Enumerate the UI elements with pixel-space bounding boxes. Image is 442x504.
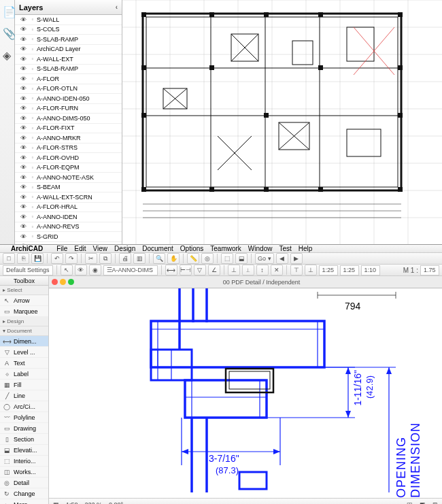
toolbox-group-document[interactable]: ▾ Document — [0, 326, 48, 336]
layer-row[interactable]: 👁▫A-FLOR-OTLN — [15, 84, 122, 95]
plot-icon[interactable]: ▥ — [133, 253, 146, 264]
status-tool1-icon[interactable]: ◫ — [407, 501, 413, 505]
tool-works[interactable]: ◫Works... — [0, 467, 48, 477]
menu-teamwork[interactable]: Teamwork — [210, 245, 241, 252]
pan-icon[interactable]: ✋ — [167, 253, 180, 264]
layer-row[interactable]: 👁▫S-SLAB-RAMP — [15, 35, 122, 45]
visibility-icon[interactable]: 👁 — [18, 164, 29, 171]
visibility-icon[interactable]: 👁 — [18, 46, 29, 52]
menu-view[interactable]: View — [93, 245, 108, 252]
visibility-icon[interactable]: 👁 — [18, 115, 29, 122]
toolbox-group-select[interactable]: ▸ Select — [0, 286, 48, 295]
layer-row[interactable]: 👁▫S-BEAM — [15, 183, 122, 193]
tool-drawing[interactable]: ▭Drawing — [0, 423, 48, 434]
redo-icon[interactable]: ↷ — [65, 253, 78, 264]
detail-canvas[interactable]: 794 3-7/16" (87.3) 1-11/16" (42.9) OPENI… — [49, 288, 442, 498]
tool-arcci[interactable]: ◯Arc/Ci... — [0, 401, 48, 412]
layer-row[interactable]: 👁▫S-WALL — [15, 15, 122, 25]
layer-row[interactable]: 👁▫A-FLOR-STRS — [15, 144, 122, 154]
visibility-icon[interactable]: 👁 — [18, 154, 29, 161]
visibility-icon[interactable]: 👁 — [18, 105, 29, 112]
tool-detail[interactable]: ◎Detail — [0, 477, 48, 488]
layers-icon[interactable]: ◈ — [3, 49, 12, 58]
go-button[interactable]: Go ▾ — [255, 253, 274, 264]
eye-icon[interactable]: 👁 — [75, 265, 87, 275]
visibility-icon[interactable]: 👁 — [18, 135, 29, 141]
document-icon[interactable]: 📄 — [3, 5, 12, 15]
view3d-icon[interactable]: ⬚ — [221, 253, 233, 264]
layer-row[interactable]: 👁▫A-ANNO-ROOM — [15, 242, 122, 245]
layer-row[interactable]: 👁▫S-COLS — [15, 25, 122, 35]
marker4-icon[interactable]: ✕ — [271, 265, 283, 275]
section-icon[interactable]: ⬓ — [235, 253, 248, 264]
layer-row[interactable]: 👁▫A-WALL-EXT — [15, 54, 122, 65]
tool-interio[interactable]: ⬚Interio... — [0, 456, 48, 467]
tool-level[interactable]: ▽Level ... — [0, 347, 48, 358]
floor-plan-canvas[interactable] — [122, 0, 442, 244]
layer-row[interactable]: 👁▫A-ANNO-REVS — [15, 222, 122, 233]
tool-polyline[interactable]: 〰Polyline — [0, 412, 48, 423]
visibility-icon[interactable]: 👁 — [18, 184, 29, 190]
tool-more[interactable]: ▸More — [0, 499, 48, 504]
layer-row[interactable]: 👁▫S-GRID — [15, 232, 122, 242]
tool-text[interactable]: AText — [0, 358, 48, 369]
menu-help[interactable]: Help — [299, 245, 313, 252]
measure-icon[interactable]: 📏 — [187, 253, 199, 264]
trace-icon[interactable]: ◎ — [201, 253, 214, 264]
layer-row[interactable]: 👁▫A-WALL-EXT-SCRN — [15, 192, 122, 203]
dim-elev-icon[interactable]: ▽ — [194, 265, 206, 275]
tool-label[interactable]: ⟐Label — [0, 369, 48, 380]
visibility-icon[interactable]: 👁 — [18, 214, 29, 220]
marker1-icon[interactable]: ⊥ — [228, 265, 240, 275]
visibility-icon[interactable]: 👁 — [18, 85, 29, 92]
layer-row[interactable]: 👁▫S-SLAB-RAMP — [15, 65, 122, 75]
menu-window[interactable]: Window — [248, 245, 273, 252]
tool-line[interactable]: ╱Line — [0, 390, 48, 401]
layer-row[interactable]: 👁▫A-ANNO-MRKR — [15, 133, 122, 144]
layer-row[interactable]: 👁▫A-ANNO-NOTE-ASK — [15, 173, 122, 183]
status-zoom[interactable]: 222 % — [85, 501, 103, 505]
tool-change[interactable]: ↻Change — [0, 488, 48, 499]
layer-row[interactable]: 👁▫A-FLOR — [15, 74, 122, 84]
status-angle[interactable]: 0.00° — [109, 501, 123, 505]
layers-panel-header[interactable]: Layers ‹ — [15, 0, 122, 15]
attachment-icon[interactable]: 📎 — [3, 27, 12, 37]
tool-elevati[interactable]: ⬓Elevati... — [0, 445, 48, 456]
new-icon[interactable]: □ — [3, 253, 15, 264]
m-field[interactable]: 1.75 — [420, 265, 439, 275]
visibility-icon[interactable]: 👁 — [18, 203, 29, 210]
marker2-icon[interactable]: ⟂ — [242, 265, 254, 275]
layer-row[interactable]: 👁▫A-FLOR-EQPM — [15, 163, 122, 173]
visibility-icon[interactable]: 👁 — [18, 75, 29, 82]
tool-section[interactable]: ▯Section — [0, 434, 48, 445]
visibility-icon[interactable]: 👁 — [18, 56, 29, 63]
visibility-icon[interactable]: 👁 — [18, 144, 29, 151]
layer-row[interactable]: 👁▫A-ANNO-IDEN — [15, 212, 122, 222]
visibility-icon[interactable]: 👁 — [18, 223, 29, 230]
menu-options[interactable]: Options — [180, 245, 203, 252]
lock-icon[interactable]: ◉ — [89, 265, 101, 275]
menu-document[interactable]: Document — [142, 245, 173, 252]
visibility-icon[interactable]: 👁 — [18, 26, 29, 33]
nav-fwd-icon[interactable]: ▶ — [290, 253, 303, 264]
menu-test[interactable]: Test — [279, 245, 291, 252]
chevron-left-icon[interactable]: ‹ — [116, 3, 118, 11]
scale-field-c[interactable]: 1:10 — [361, 265, 380, 275]
save-icon[interactable]: 💾 — [31, 253, 44, 264]
layer-row[interactable]: 👁▫A-FLOR-FURN — [15, 104, 122, 114]
visibility-icon[interactable]: 👁 — [18, 124, 29, 131]
menu-file[interactable]: File — [56, 245, 67, 252]
print-icon[interactable]: 🖨 — [119, 253, 131, 264]
visibility-icon[interactable]: 👁 — [18, 174, 29, 181]
visibility-icon[interactable]: 👁 — [18, 16, 29, 23]
dim-chain-icon[interactable]: ⊢⊣ — [180, 265, 192, 275]
layer-row[interactable]: 👁▫A-FLOR-FIXT — [15, 124, 122, 134]
status-tool3-icon[interactable]: ⊞ — [432, 501, 438, 505]
visibility-icon[interactable]: 👁 — [18, 65, 29, 72]
layer-row[interactable]: 👁▫A-ANNO-DIMS-050 — [15, 114, 122, 124]
visibility-icon[interactable]: 👁 — [18, 243, 29, 244]
visibility-icon[interactable]: 👁 — [18, 194, 29, 201]
status-scale[interactable]: 1:50 — [66, 501, 78, 505]
arrow-mode-icon[interactable]: ↖ — [61, 265, 73, 275]
tool-dimen[interactable]: ⟷Dimen... — [0, 336, 48, 347]
